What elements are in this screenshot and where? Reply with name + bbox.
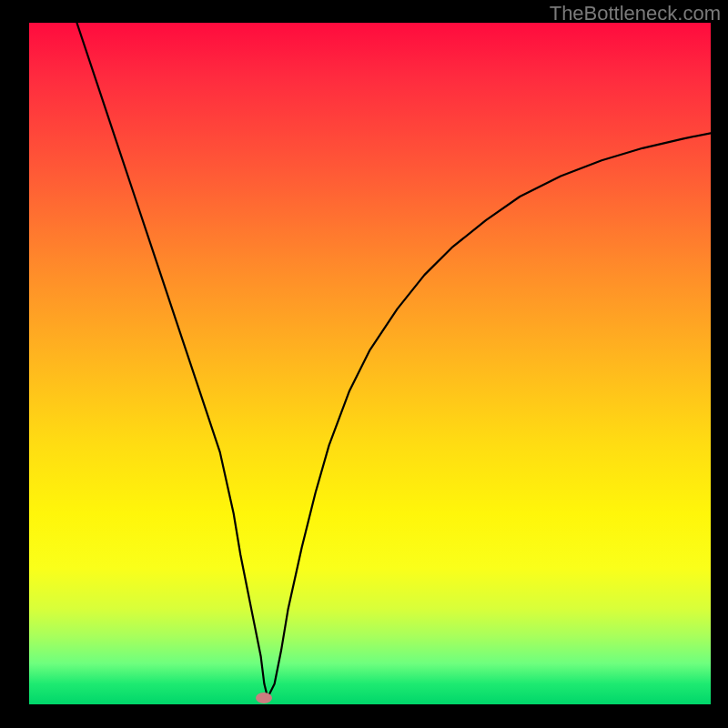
- bottleneck-curve: [29, 23, 711, 704]
- optimum-marker: [256, 693, 272, 703]
- chart-frame: TheBottleneck.com: [0, 0, 728, 728]
- watermark-text: TheBottleneck.com: [550, 2, 721, 25]
- plot-area: [29, 23, 711, 704]
